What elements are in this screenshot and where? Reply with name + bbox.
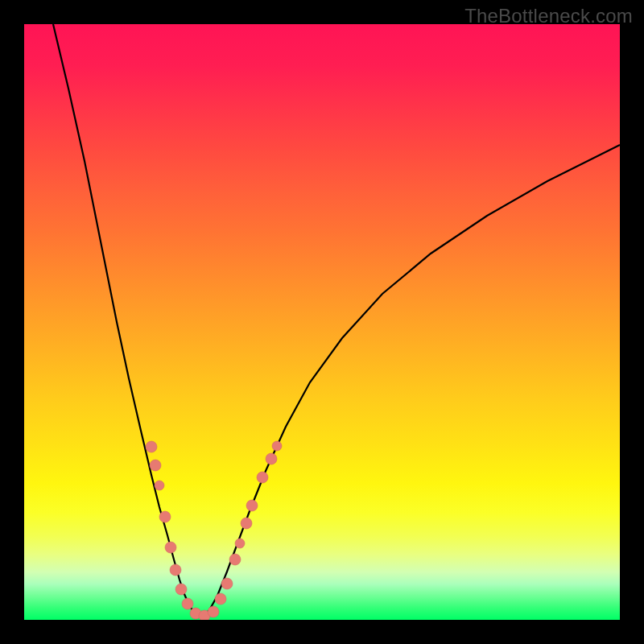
scatter-dot [150,460,161,471]
watermark-text: TheBottleneck.com [464,5,633,27]
scatter-dot [175,584,187,595]
scatter-dot [208,606,219,617]
scatter-dot [155,481,164,490]
scatter-dot [272,441,282,451]
right-curve-line [201,145,620,617]
scatter-dot [229,554,241,565]
scatter-dot [241,518,252,529]
chart-svg [24,24,620,620]
scatter-dot [235,539,245,548]
scatter-dot [257,472,268,483]
chart-plot-area [24,24,620,620]
scatter-dot [246,500,258,511]
scatter-dot [182,598,193,609]
scatter-dot [221,578,233,589]
scatter-dot [170,564,181,576]
scatter-dot [266,453,277,464]
scatter-dot [146,441,157,452]
scatter-dot [165,542,176,553]
scatter-dot [159,511,171,522]
left-curve-line [53,24,201,617]
scatter-dot [215,593,226,605]
